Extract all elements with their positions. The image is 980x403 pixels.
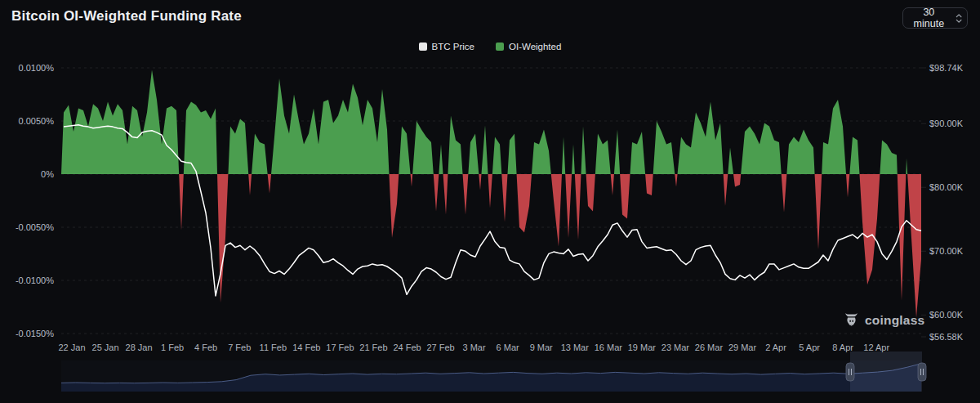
navigator-selection[interactable] [850, 352, 922, 392]
y-axis-right-label: $90.00K [929, 118, 963, 129]
y-axis-left-label: -0.0150% [0, 328, 54, 339]
y-axis-left-label: -0.0050% [0, 222, 54, 233]
funding-rate-page: Bitcoin OI-Weighted Funding Rate 30 minu… [0, 0, 980, 403]
y-axis-left-label: -0.0100% [0, 275, 54, 286]
watermark-text: coinglass [865, 313, 924, 328]
y-axis-right-label: $70.00K [929, 245, 963, 257]
y-axis-left-label: 0% [0, 168, 54, 180]
navigator-handle-right[interactable] [918, 363, 926, 381]
navigator-handle-left[interactable] [846, 363, 854, 381]
y-axis-left-label: 0.0100% [0, 62, 54, 74]
coinglass-watermark: coinglass [843, 311, 924, 329]
y-axis-left-label: 0.0050% [0, 115, 54, 127]
x-axis-label: 12 Apr [850, 342, 902, 353]
y-axis-right-label: $60.00K [929, 309, 963, 320]
y-axis-right-label: $98.74K [929, 62, 963, 74]
y-axis-right-label: $80.00K [929, 181, 963, 193]
coinglass-bull-icon [843, 311, 860, 329]
y-axis-right-label: $56.58K [929, 331, 963, 343]
